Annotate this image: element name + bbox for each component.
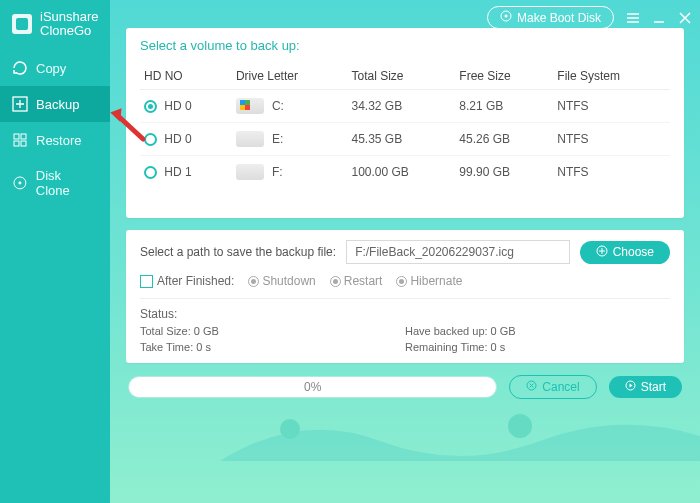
- row-radio[interactable]: [144, 100, 157, 113]
- sidebar-item-restore[interactable]: Restore: [0, 122, 110, 158]
- options-panel: Select a path to save the backup file: C…: [126, 230, 684, 363]
- col-free: Free Size: [455, 63, 553, 90]
- sidebar-item-label: Backup: [36, 97, 79, 112]
- cell-total: 45.35 GB: [347, 123, 455, 156]
- svg-rect-5: [14, 141, 19, 146]
- drive-icon: [236, 164, 264, 180]
- plus-circle-icon: [596, 245, 608, 260]
- svg-rect-4: [21, 134, 26, 139]
- drive-letter: E:: [272, 132, 283, 146]
- choose-label: Choose: [613, 245, 654, 259]
- svg-point-14: [280, 419, 300, 439]
- drive-icon: [236, 131, 264, 147]
- sidebar-item-label: Copy: [36, 61, 66, 76]
- brand: iSunshare CloneGo: [0, 6, 110, 50]
- volume-panel: Select a volume to back up: HD NO Drive …: [126, 28, 684, 218]
- save-path-label: Select a path to save the backup file:: [140, 245, 336, 259]
- row-radio[interactable]: [144, 166, 157, 179]
- main-area: Select a volume to back up: HD NO Drive …: [110, 0, 700, 503]
- table-row[interactable]: HD 0C:34.32 GB8.21 GBNTFS: [140, 90, 670, 123]
- brand-line2: CloneGo: [40, 24, 99, 38]
- after-finished-label: After Finished:: [157, 274, 234, 288]
- cell-total: 34.32 GB: [347, 90, 455, 123]
- cancel-label: Cancel: [542, 380, 579, 394]
- row-radio[interactable]: [144, 133, 157, 146]
- cell-total: 100.00 GB: [347, 156, 455, 189]
- cell-fs: NTFS: [553, 90, 670, 123]
- opt-restart[interactable]: Restart: [330, 274, 383, 288]
- drive-icon: [236, 98, 264, 114]
- table-row[interactable]: HD 0E:45.35 GB45.26 GBNTFS: [140, 123, 670, 156]
- cell-fs: NTFS: [553, 123, 670, 156]
- svg-rect-1: [16, 18, 28, 30]
- col-total: Total Size: [347, 63, 455, 90]
- sidebar-item-label: Restore: [36, 133, 82, 148]
- cell-free: 99.90 GB: [455, 156, 553, 189]
- cell-free: 8.21 GB: [455, 90, 553, 123]
- after-finished-checkbox[interactable]: After Finished:: [140, 274, 234, 288]
- sidebar-item-disk-clone[interactable]: Disk Clone: [0, 158, 110, 208]
- volume-table: HD NO Drive Letter Total Size Free Size …: [140, 63, 670, 188]
- play-icon: [625, 380, 636, 394]
- col-hdno: HD NO: [140, 63, 232, 90]
- start-label: Start: [641, 380, 666, 394]
- status-take: Take Time: 0 s: [140, 341, 405, 353]
- svg-rect-3: [14, 134, 19, 139]
- progress-bar: 0%: [128, 376, 497, 398]
- brand-icon: [10, 12, 34, 36]
- status-total: Total Size: 0 GB: [140, 325, 405, 337]
- backup-icon: [12, 96, 28, 112]
- cell-fs: NTFS: [553, 156, 670, 189]
- sidebar-item-copy[interactable]: Copy: [0, 50, 110, 86]
- status-backed: Have backed up: 0 GB: [405, 325, 670, 337]
- status-remain: Remaining Time: 0 s: [405, 341, 670, 353]
- opt-shutdown[interactable]: Shutdown: [248, 274, 315, 288]
- drive-letter: C:: [272, 99, 284, 113]
- cancel-button[interactable]: Cancel: [509, 375, 596, 399]
- start-button[interactable]: Start: [609, 376, 682, 398]
- bottom-bar: 0% Cancel Start: [126, 375, 684, 399]
- status-title: Status:: [140, 307, 670, 321]
- drive-letter: F:: [272, 165, 283, 179]
- col-fs: File System: [553, 63, 670, 90]
- svg-rect-6: [21, 141, 26, 146]
- table-row[interactable]: HD 1F:100.00 GB99.90 GBNTFS: [140, 156, 670, 189]
- decorative-hills: [220, 401, 700, 461]
- brand-line1: iSunshare: [40, 10, 99, 24]
- volume-title: Select a volume to back up:: [140, 38, 670, 53]
- sidebar: iSunshare CloneGo Copy Backup Restore Di…: [0, 0, 110, 503]
- sidebar-item-backup[interactable]: Backup: [0, 86, 110, 122]
- choose-button[interactable]: Choose: [580, 241, 670, 264]
- restore-icon: [12, 132, 28, 148]
- sidebar-item-label: Disk Clone: [36, 168, 98, 198]
- copy-icon: [12, 60, 28, 76]
- col-drive: Drive Letter: [232, 63, 348, 90]
- svg-point-8: [18, 182, 21, 185]
- disk-clone-icon: [12, 175, 28, 191]
- opt-hibernate[interactable]: Hibernate: [396, 274, 462, 288]
- cancel-icon: [526, 380, 537, 394]
- cell-free: 45.26 GB: [455, 123, 553, 156]
- save-path-input[interactable]: [346, 240, 570, 264]
- svg-point-15: [508, 414, 532, 438]
